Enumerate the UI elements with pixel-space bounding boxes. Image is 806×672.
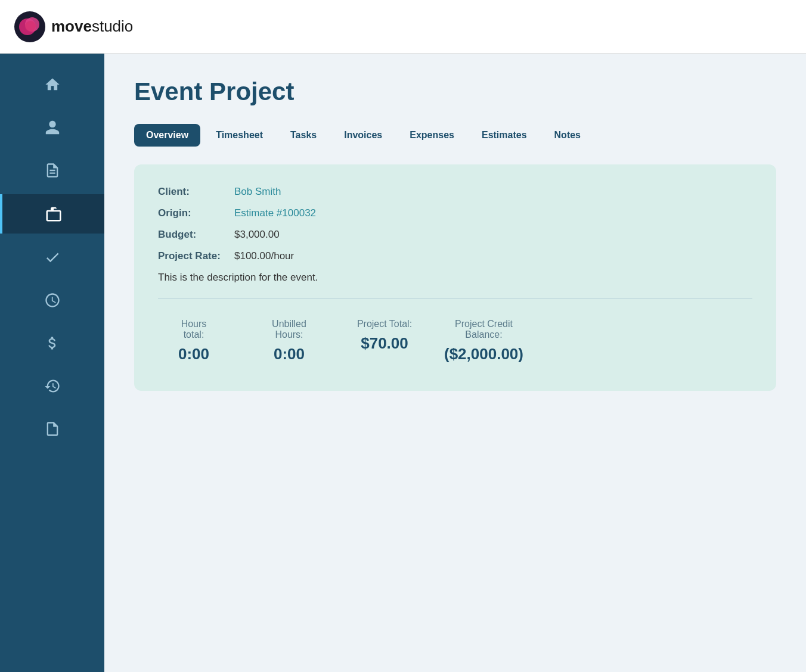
stat-hours-total: Hourstotal: 0:00 <box>158 319 230 363</box>
origin-row: Origin: Estimate #100032 <box>158 207 752 219</box>
overview-card: Client: Bob Smith Origin: Estimate #1000… <box>134 164 776 391</box>
tab-notes[interactable]: Notes <box>542 124 593 147</box>
stat-project-total: Project Total: $70.00 <box>349 319 420 363</box>
tabs-bar: Overview Timesheet Tasks Invoices Expens… <box>134 124 776 147</box>
tab-expenses[interactable]: Expenses <box>398 124 466 147</box>
card-divider <box>158 298 752 298</box>
budget-value: $3,000.00 <box>234 229 280 241</box>
origin-label: Origin: <box>158 207 230 219</box>
project-description: This is the description for the event. <box>158 272 752 284</box>
header: movestudio <box>0 0 806 54</box>
origin-value[interactable]: Estimate #100032 <box>234 207 316 219</box>
project-rate-row: Project Rate: $100.00/hour <box>158 250 752 262</box>
budget-label: Budget: <box>158 229 230 241</box>
tab-invoices[interactable]: Invoices <box>332 124 394 147</box>
tab-timesheet[interactable]: Timesheet <box>204 124 275 147</box>
content-area: Event Project Overview Timesheet Tasks I… <box>104 54 806 672</box>
stats-row: Hourstotal: 0:00 UnbilledHours: 0:00 Pro… <box>158 313 752 369</box>
logo-icon <box>14 11 45 42</box>
stat-unbilled-hours-value: 0:00 <box>274 345 305 363</box>
sidebar <box>0 54 104 672</box>
project-rate-label: Project Rate: <box>158 250 230 262</box>
page-title: Event Project <box>134 77 776 106</box>
logo-text: movestudio <box>51 17 133 36</box>
sidebar-item-invoices[interactable] <box>0 324 104 362</box>
stat-project-total-value: $70.00 <box>361 334 408 353</box>
stat-hours-total-label: Hourstotal: <box>181 319 207 340</box>
sidebar-item-history[interactable] <box>0 367 104 405</box>
logo: movestudio <box>14 11 133 42</box>
tab-overview[interactable]: Overview <box>134 124 200 147</box>
svg-point-3 <box>25 21 36 32</box>
stat-project-total-label: Project Total: <box>357 319 412 329</box>
client-row: Client: Bob Smith <box>158 186 752 198</box>
budget-row: Budget: $3,000.00 <box>158 229 752 241</box>
stat-hours-total-value: 0:00 <box>178 345 209 363</box>
stat-project-credit-label: Project CreditBalance: <box>455 319 513 340</box>
main-layout: Event Project Overview Timesheet Tasks I… <box>0 54 806 672</box>
project-rate-value: $100.00/hour <box>234 250 294 262</box>
sidebar-item-reports[interactable] <box>0 410 104 448</box>
stat-project-credit: Project CreditBalance: ($2,000.00) <box>444 319 523 363</box>
stat-unbilled-hours-label: UnbilledHours: <box>272 319 306 340</box>
sidebar-item-projects[interactable] <box>0 194 104 234</box>
stat-unbilled-hours: UnbilledHours: 0:00 <box>253 319 325 363</box>
sidebar-item-contacts[interactable] <box>0 108 104 147</box>
client-label: Client: <box>158 186 230 198</box>
tab-estimates[interactable]: Estimates <box>470 124 539 147</box>
stat-project-credit-value: ($2,000.00) <box>444 345 523 363</box>
client-value[interactable]: Bob Smith <box>234 186 281 198</box>
tab-tasks[interactable]: Tasks <box>278 124 328 147</box>
sidebar-item-timesheets[interactable] <box>0 281 104 319</box>
sidebar-item-documents[interactable] <box>0 151 104 189</box>
sidebar-item-tasks[interactable] <box>0 238 104 276</box>
sidebar-item-home[interactable] <box>0 66 104 104</box>
